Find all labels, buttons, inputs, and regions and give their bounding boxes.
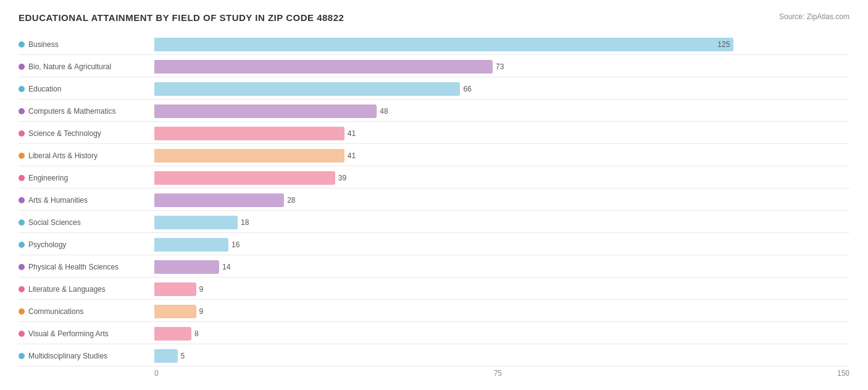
bar-fill: 39 — [154, 171, 335, 185]
bar-label: Science & Technology — [19, 129, 154, 138]
bar-track: 28 — [154, 193, 849, 207]
bar-fill: 8 — [154, 327, 191, 341]
bar-value-label: 5 — [181, 352, 185, 360]
bar-label-text: Arts & Humanities — [28, 196, 88, 205]
bar-label-text: Multidisciplinary Studies — [28, 352, 107, 360]
bar-dot-icon — [19, 41, 25, 48]
bar-label: Bio, Nature & Agricultural — [19, 62, 154, 71]
bar-track: 18 — [154, 216, 849, 229]
bar-dot-icon — [19, 130, 25, 137]
bar-fill: 66 — [154, 82, 460, 96]
bar-label: Literature & Languages — [19, 285, 154, 294]
x-axis-labels: 075150 — [154, 369, 849, 378]
bar-label-text: Communications — [28, 307, 83, 316]
bar-label-text: Psychology — [28, 240, 66, 249]
bar-dot-icon — [19, 64, 25, 70]
bar-dot-icon — [19, 331, 25, 337]
bar-label-text: Science & Technology — [28, 129, 101, 138]
bar-track: 5 — [154, 349, 849, 363]
bar-track: 73 — [154, 60, 849, 74]
bar-label: Computers & Mathematics — [19, 107, 154, 116]
bar-track: 41 — [154, 149, 849, 163]
bar-track: 39 — [154, 171, 849, 185]
bar-label: Business — [19, 40, 154, 49]
bar-fill: 9 — [154, 305, 196, 318]
bar-dot-icon — [19, 197, 25, 203]
x-axis: 075150 — [19, 369, 849, 378]
bar-label-text: Engineering — [28, 174, 68, 182]
bar-row: Bio, Nature & Agricultural73 — [19, 56, 849, 77]
bar-dot-icon — [19, 353, 25, 359]
bar-row: Liberal Arts & History41 — [19, 145, 849, 166]
bar-value-label: 66 — [463, 85, 471, 93]
x-axis-label: 75 — [494, 369, 502, 378]
bar-label: Visual & Performing Arts — [19, 329, 154, 338]
bar-dot-icon — [19, 175, 25, 181]
bar-dot-icon — [19, 286, 25, 292]
bar-row: Psychology16 — [19, 234, 849, 255]
chart-title: EDUCATIONAL ATTAINMENT BY FIELD OF STUDY… — [19, 12, 344, 23]
bar-fill: 18 — [154, 216, 238, 229]
bar-row: Computers & Mathematics48 — [19, 101, 849, 122]
bar-value-label: 18 — [241, 218, 249, 227]
bar-fill: 41 — [154, 127, 344, 140]
bar-value-label: 9 — [199, 285, 204, 294]
bar-track: 14 — [154, 260, 849, 274]
bar-row: Engineering39 — [19, 167, 849, 189]
bar-fill: 41 — [154, 149, 344, 163]
bar-row: Physical & Health Sciences14 — [19, 256, 849, 278]
bar-label-text: Business — [28, 40, 59, 49]
bar-label-text: Social Sciences — [28, 218, 81, 227]
bar-row: Science & Technology41 — [19, 123, 849, 144]
bar-label: Communications — [19, 307, 154, 316]
bar-dot-icon — [19, 153, 25, 159]
chart-source: Source: ZipAtlas.com — [779, 12, 849, 21]
bar-value-label: 28 — [287, 196, 295, 205]
bar-row: Multidisciplinary Studies5 — [19, 345, 849, 367]
bar-row: Social Sciences18 — [19, 212, 849, 233]
bar-dot-icon — [19, 86, 25, 92]
bar-label: Engineering — [19, 174, 154, 182]
bar-fill: 14 — [154, 260, 219, 274]
bar-value-label: 8 — [194, 329, 199, 338]
bars-area: Business125Bio, Nature & Agricultural73E… — [19, 34, 849, 367]
bar-value-label: 125 — [717, 40, 730, 49]
chart-header: EDUCATIONAL ATTAINMENT BY FIELD OF STUDY… — [19, 12, 849, 23]
bar-track: 9 — [154, 305, 849, 318]
bar-label: Education — [19, 85, 154, 93]
bar-track: 41 — [154, 127, 849, 140]
bar-fill: 9 — [154, 282, 196, 296]
bar-dot-icon — [19, 242, 25, 248]
bar-fill: 48 — [154, 104, 377, 118]
x-axis-label: 0 — [154, 369, 159, 378]
bar-track: 48 — [154, 104, 849, 118]
bar-value-label: 39 — [338, 174, 346, 182]
bar-dot-icon — [19, 264, 25, 270]
bar-fill: 125 — [154, 38, 733, 51]
bar-label-text: Physical & Health Sciences — [28, 263, 119, 271]
bar-value-label: 73 — [496, 62, 504, 71]
bar-row: Communications9 — [19, 301, 849, 322]
bar-label-text: Visual & Performing Arts — [28, 329, 109, 338]
bar-value-label: 48 — [380, 107, 388, 116]
bar-label-text: Computers & Mathematics — [28, 107, 115, 116]
bar-value-label: 9 — [199, 307, 204, 316]
bar-row: Business125 — [19, 34, 849, 55]
bar-label: Arts & Humanities — [19, 196, 154, 205]
bar-dot-icon — [19, 108, 25, 114]
chart-container: EDUCATIONAL ATTAINMENT BY FIELD OF STUDY… — [19, 12, 849, 378]
bar-label: Social Sciences — [19, 218, 154, 227]
bar-label-text: Literature & Languages — [28, 285, 106, 294]
bar-label: Physical & Health Sciences — [19, 263, 154, 271]
bar-fill: 28 — [154, 193, 284, 207]
bar-value-label: 16 — [232, 240, 240, 249]
bar-fill: 5 — [154, 349, 178, 363]
bar-dot-icon — [19, 308, 25, 315]
bar-track: 16 — [154, 238, 849, 252]
bar-label-text: Liberal Arts & History — [28, 151, 98, 160]
bar-row: Literature & Languages9 — [19, 279, 849, 300]
bar-label: Multidisciplinary Studies — [19, 352, 154, 360]
bar-label: Psychology — [19, 240, 154, 249]
x-axis-label: 150 — [837, 369, 849, 378]
bar-row: Arts & Humanities28 — [19, 190, 849, 211]
